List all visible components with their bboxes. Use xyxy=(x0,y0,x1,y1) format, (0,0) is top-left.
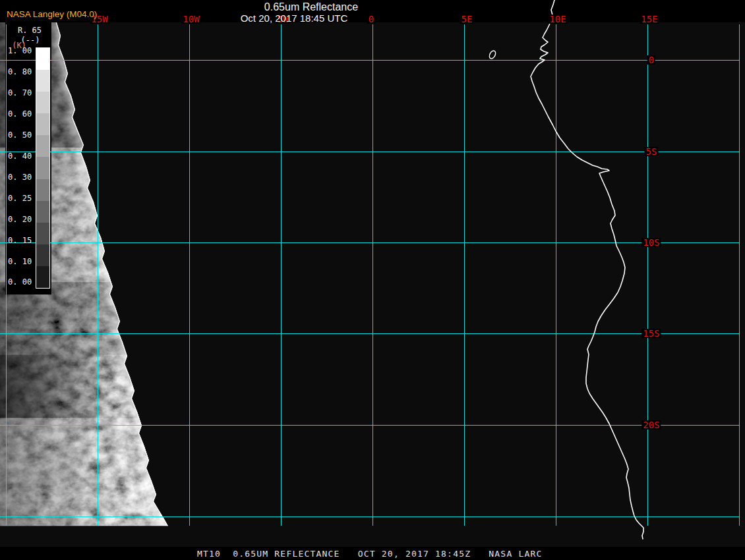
latitude-label: 0 xyxy=(647,55,655,65)
page-title: 0.65um Reflectance xyxy=(264,1,358,13)
longitude-label: 10W xyxy=(181,14,200,24)
latitude-label: 5S xyxy=(645,147,659,156)
page-subtitle: Oct 20, 2017 18:45 UTC xyxy=(241,13,348,24)
latitude-label: 15S xyxy=(641,329,661,338)
longitude-label: 5E xyxy=(460,14,474,24)
satellite-product-view: R. 65 (--) (K) 1. 000. 800. 700. 600. 50… xyxy=(0,0,745,560)
longitude-label: 10E xyxy=(548,14,567,24)
source-label: NASA Langley (M04.0) xyxy=(7,9,97,19)
footer-caption: MT10 0.65UM REFLECTANCE OCT 20, 2017 18:… xyxy=(197,549,543,558)
longitude-label: 15E xyxy=(640,14,659,24)
longitude-label: 0 xyxy=(367,14,375,24)
footer-bar: MT10 0.65UM REFLECTANCE OCT 20, 2017 18:… xyxy=(0,547,745,560)
geo-labels-layer: 15W10W5W05E10E15E05S10S15S20S xyxy=(0,0,745,560)
latitude-label: 20S xyxy=(641,420,661,430)
latitude-label: 10S xyxy=(641,238,661,247)
